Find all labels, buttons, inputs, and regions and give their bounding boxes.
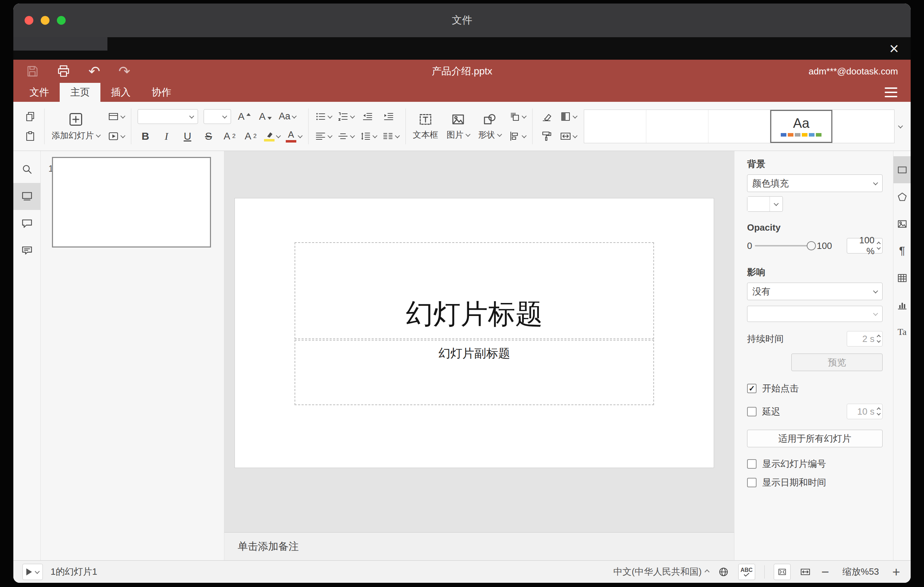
table-settings-icon[interactable] bbox=[893, 264, 911, 292]
delay-spinner[interactable]: 10 s bbox=[847, 404, 883, 419]
vertical-align-icon[interactable] bbox=[337, 129, 354, 144]
theme-thumbnail-selected[interactable]: Aa bbox=[770, 110, 832, 143]
textart-settings-icon[interactable]: Ta bbox=[893, 318, 911, 345]
background-window-remnant bbox=[13, 37, 107, 51]
slide-thumbnail-panel: 1 bbox=[41, 151, 224, 560]
effect-select[interactable]: 没有 bbox=[747, 283, 883, 300]
superscript-icon[interactable]: A2 bbox=[222, 129, 237, 144]
preview-button[interactable]: 预览 bbox=[791, 353, 883, 371]
font-size-combo[interactable] bbox=[204, 109, 231, 124]
slide-thumbnail-selected[interactable] bbox=[52, 157, 211, 247]
fit-width-icon[interactable] bbox=[800, 566, 811, 577]
highlight-color-icon[interactable] bbox=[264, 129, 280, 144]
tab-home[interactable]: 主页 bbox=[60, 83, 101, 102]
increase-font-icon[interactable]: A bbox=[237, 109, 252, 124]
subtitle-placeholder[interactable]: 幻灯片副标题 bbox=[295, 340, 654, 405]
italic-icon[interactable]: I bbox=[159, 129, 174, 144]
strikethrough-icon[interactable]: S bbox=[201, 129, 216, 144]
insert-textbox-button[interactable]: 文本框 bbox=[409, 106, 442, 147]
shape-align-icon[interactable] bbox=[509, 129, 526, 144]
increase-indent-icon[interactable] bbox=[381, 109, 396, 124]
arrange-icon[interactable] bbox=[509, 109, 526, 124]
tab-collaboration[interactable]: 协作 bbox=[141, 83, 182, 102]
notes-area[interactable]: 单击添加备注 bbox=[224, 532, 734, 560]
paragraph-settings-icon[interactable]: ¶ bbox=[893, 237, 911, 264]
horizontal-align-icon[interactable] bbox=[315, 129, 332, 144]
tab-file[interactable]: 文件 bbox=[19, 83, 60, 102]
show-date-checkbox[interactable] bbox=[747, 478, 757, 487]
insert-shape-button[interactable]: 形状 bbox=[474, 106, 505, 147]
decrease-indent-icon[interactable] bbox=[360, 109, 375, 124]
zoom-out-button[interactable]: − bbox=[820, 565, 831, 579]
chat-icon[interactable] bbox=[13, 237, 40, 264]
slide-size-icon[interactable] bbox=[560, 129, 577, 144]
print-icon[interactable] bbox=[57, 64, 70, 78]
add-slide-button[interactable]: 添加幻灯片 bbox=[48, 106, 104, 147]
paste-icon[interactable] bbox=[23, 129, 38, 144]
window-title: 文件 bbox=[452, 13, 472, 27]
undo-icon[interactable]: ↶ bbox=[89, 64, 101, 78]
slide-canvas[interactable]: 幻灯片标题 幻灯片副标题 bbox=[235, 198, 714, 468]
editor-header: ↶ ↷ 产品介绍.pptx adm***@dootask.com 文件 主页 插… bbox=[13, 60, 911, 102]
background-color-picker[interactable] bbox=[747, 196, 783, 212]
search-icon[interactable] bbox=[13, 156, 40, 183]
user-email: adm***@dootask.com bbox=[808, 66, 898, 77]
comments-icon[interactable] bbox=[13, 210, 40, 237]
set-language-icon[interactable] bbox=[718, 566, 729, 577]
underline-icon[interactable]: U bbox=[180, 129, 195, 144]
font-color-icon[interactable]: A bbox=[286, 129, 302, 144]
theme-thumbnail[interactable] bbox=[708, 110, 771, 143]
app-window: 文件 × ↶ ↷ 产品介绍.pptx adm***@dootask.com 文件… bbox=[13, 3, 911, 583]
duration-row: 持续时间 2 s bbox=[747, 331, 883, 346]
font-name-combo[interactable] bbox=[138, 109, 198, 124]
subscript-icon[interactable]: A2 bbox=[243, 129, 258, 144]
delay-checkbox[interactable] bbox=[747, 407, 757, 416]
insert-image-button[interactable]: 图片 bbox=[442, 106, 474, 147]
columns-icon[interactable] bbox=[382, 129, 399, 144]
decrease-font-icon[interactable]: A bbox=[258, 109, 273, 124]
theme-thumbnail[interactable] bbox=[832, 110, 894, 143]
show-slide-number-checkbox[interactable] bbox=[747, 459, 757, 469]
opacity-slider-knob[interactable] bbox=[807, 241, 816, 250]
start-slideshow-icon[interactable] bbox=[108, 129, 125, 144]
language-select[interactable]: 中文(中华人民共和国) bbox=[613, 566, 708, 578]
save-icon[interactable] bbox=[26, 65, 39, 77]
apply-to-all-button[interactable]: 适用于所有幻灯片 bbox=[747, 430, 883, 447]
chart-settings-icon[interactable] bbox=[893, 292, 911, 318]
effect-type-select[interactable] bbox=[747, 306, 883, 322]
zoom-in-button[interactable]: + bbox=[891, 565, 901, 579]
slides-panel-icon[interactable] bbox=[13, 183, 40, 210]
bold-icon[interactable]: B bbox=[138, 129, 153, 144]
zoom-window-button[interactable] bbox=[57, 16, 66, 25]
start-slideshow-button[interactable] bbox=[23, 564, 43, 580]
copy-icon[interactable] bbox=[23, 109, 38, 124]
opacity-slider[interactable] bbox=[755, 245, 814, 246]
bullet-list-icon[interactable] bbox=[315, 109, 332, 124]
opacity-spinner[interactable]: 100 % bbox=[847, 238, 883, 254]
change-case-icon[interactable]: Aa bbox=[279, 109, 296, 124]
slide-layout-icon[interactable] bbox=[108, 109, 125, 124]
copy-style-icon[interactable] bbox=[539, 129, 554, 144]
close-window-button[interactable] bbox=[25, 16, 33, 25]
numbered-list-icon[interactable] bbox=[337, 109, 354, 124]
start-on-click-checkbox[interactable]: ✓ bbox=[747, 384, 757, 393]
toolbar-expand-icon[interactable] bbox=[898, 125, 905, 128]
theme-thumbnail[interactable] bbox=[584, 110, 646, 143]
line-spacing-icon[interactable] bbox=[360, 129, 377, 144]
minimize-window-button[interactable] bbox=[41, 16, 50, 25]
slide-settings-icon[interactable] bbox=[893, 156, 911, 183]
menu-icon[interactable] bbox=[885, 87, 897, 97]
clear-style-icon[interactable] bbox=[539, 109, 554, 124]
image-settings-icon[interactable] bbox=[893, 210, 911, 237]
spellcheck-icon[interactable]: ABC bbox=[738, 564, 755, 580]
fit-slide-icon[interactable] bbox=[774, 564, 790, 580]
shape-settings-icon[interactable] bbox=[893, 183, 911, 210]
title-placeholder[interactable]: 幻灯片标题 bbox=[295, 242, 654, 339]
color-scheme-icon[interactable] bbox=[560, 109, 577, 124]
background-fill-select[interactable]: 颜色填充 bbox=[747, 175, 883, 192]
close-editor-icon[interactable]: × bbox=[889, 40, 899, 56]
duration-spinner[interactable]: 2 s bbox=[847, 331, 883, 346]
tab-insert[interactable]: 插入 bbox=[101, 83, 141, 102]
redo-icon[interactable]: ↷ bbox=[119, 64, 130, 78]
theme-thumbnail[interactable] bbox=[646, 110, 708, 143]
